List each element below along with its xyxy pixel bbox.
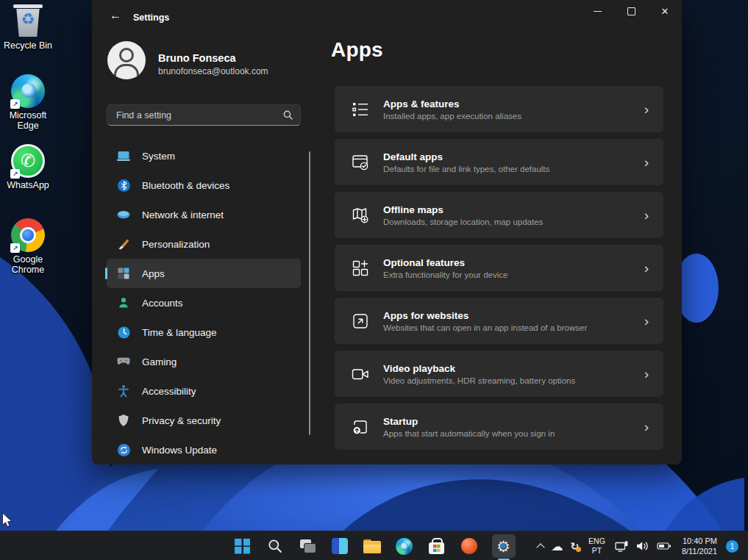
card-title: Startup — [383, 416, 555, 427]
widgets-button[interactable] — [330, 536, 349, 556]
start-button[interactable] — [233, 536, 252, 556]
shortcut-arrow-icon: ↗ — [10, 99, 20, 109]
sidebar-item-windows-update[interactable]: Windows Update — [107, 435, 301, 464]
office-icon — [461, 538, 477, 554]
taskbar-search-button[interactable] — [266, 536, 285, 556]
card-apps-features[interactable]: Apps & features Installed apps, app exec… — [335, 86, 663, 132]
card-title: Apps for websites — [383, 310, 587, 321]
tray-chevron-up[interactable] — [538, 542, 544, 550]
back-button[interactable]: ← — [105, 7, 126, 24]
profile-name: Bruno Fonseca — [158, 52, 236, 64]
desktop-icon-label: Microsoft Edge — [0, 110, 56, 132]
task-view-icon — [298, 536, 317, 556]
maximize-button[interactable] — [614, 0, 648, 23]
card-subtitle: Downloads, storage location, map updates — [383, 218, 543, 226]
taskbar-center-icons: ⚙ — [233, 531, 516, 560]
edge-taskbar-button[interactable] — [395, 536, 414, 556]
sidebar-item-time-language[interactable]: Time & language — [107, 317, 301, 347]
sidebar-item-bluetooth-devices[interactable]: Bluetooth & devices — [107, 170, 301, 200]
card-startup[interactable]: Startup Apps that start automatically wh… — [335, 403, 663, 450]
bluetooth-icon — [117, 179, 130, 192]
default-apps-icon — [351, 154, 370, 171]
notification-badge[interactable]: 1 — [726, 540, 738, 553]
card-apps-for-websites[interactable]: Apps for websites Websites that can open… — [335, 298, 663, 344]
sidebar-item-label: Personalization — [142, 239, 210, 250]
optional-features-icon — [351, 259, 370, 277]
chevron-right-icon — [644, 155, 649, 169]
card-subtitle: Video adjustments, HDR streaming, batter… — [383, 376, 575, 385]
chrome-icon: ↗ — [11, 218, 45, 252]
sidebar-item-label: Apps — [142, 268, 165, 279]
shortcut-arrow-icon: ↗ — [10, 169, 20, 179]
office-button[interactable] — [460, 536, 479, 556]
chevron-right-icon — [644, 102, 649, 116]
shield-icon — [117, 414, 130, 427]
taskbar-clock[interactable]: 10:40 PM 8/11/2021 — [682, 536, 717, 557]
accessibility-person-icon — [117, 384, 130, 398]
store-bag-icon — [429, 542, 444, 554]
volume-tray-icon[interactable] — [636, 541, 649, 551]
sidebar-item-accessibility[interactable]: Accessibility — [107, 376, 301, 406]
sidebar-item-personalization[interactable]: Personalization — [107, 229, 301, 259]
edge-icon: ↗ — [11, 74, 45, 108]
shortcut-arrow-icon: ↗ — [10, 243, 20, 253]
avatar[interactable] — [107, 41, 146, 79]
card-title: Default apps — [383, 151, 549, 162]
whatsapp-icon: ✆ ↗ — [11, 144, 45, 178]
sync-tray-icon[interactable]: ↻ — [570, 540, 579, 552]
search-icon — [283, 110, 293, 120]
sidebar-item-apps[interactable]: Apps — [107, 259, 301, 288]
chevron-right-icon — [644, 261, 649, 275]
desktop-icon-microsoft-edge[interactable]: ↗ Microsoft Edge — [0, 74, 56, 132]
search-icon — [267, 538, 283, 554]
language-indicator[interactable]: ENG PT — [586, 536, 608, 555]
desktop-icon-whatsapp[interactable]: ✆ ↗ WhatsApp — [0, 144, 56, 190]
card-default-apps[interactable]: Default apps Defaults for file and link … — [335, 139, 663, 185]
sidebar-item-label: Network & internet — [142, 209, 224, 220]
card-title: Video playback — [383, 363, 575, 374]
sidebar-item-label: Privacy & security — [142, 415, 221, 426]
apps-grid-icon — [117, 267, 130, 280]
sidebar-item-privacy-security[interactable]: Privacy & security — [107, 406, 301, 435]
desktop-icon-google-chrome[interactable]: ↗ Google Chrome — [0, 218, 56, 276]
card-title: Apps & features — [383, 98, 521, 110]
apps-features-icon — [351, 101, 370, 118]
sidebar-scrollbar[interactable] — [309, 151, 310, 435]
close-button[interactable]: ✕ — [648, 0, 682, 23]
sidebar-item-gaming[interactable]: Gaming — [107, 347, 301, 376]
person-icon — [117, 296, 130, 309]
network-tray-icon[interactable] — [615, 541, 629, 552]
search-box[interactable] — [107, 104, 301, 126]
sidebar-item-accounts[interactable]: Accounts — [107, 288, 301, 317]
sidebar-item-network-internet[interactable]: Network & internet — [107, 200, 301, 229]
file-explorer-button[interactable] — [363, 536, 382, 556]
desktop-icon-label: WhatsApp — [0, 180, 56, 190]
card-subtitle: Extra functionality for your device — [383, 270, 507, 279]
battery-tray-icon[interactable] — [657, 542, 672, 550]
minimize-button[interactable] — [580, 0, 614, 23]
card-optional-features[interactable]: Optional features Extra functionality fo… — [335, 245, 663, 291]
card-subtitle: Defaults for file and link types, other … — [383, 165, 549, 173]
search-input[interactable] — [107, 110, 283, 121]
mouse-cursor — [1, 512, 14, 529]
card-subtitle: Installed apps, app execution aliases — [383, 112, 521, 121]
sidebar-item-system[interactable]: System — [107, 141, 301, 170]
card-offline-maps[interactable]: Offline maps Downloads, storage location… — [335, 192, 663, 238]
folder-icon — [363, 539, 381, 553]
recycle-symbol-icon: ♻ — [11, 10, 45, 28]
system-icon — [117, 149, 130, 162]
sidebar-item-label: Accessibility — [142, 386, 196, 397]
clock-time: 10:40 PM — [683, 536, 717, 545]
card-video-playback[interactable]: Video playback Video adjustments, HDR st… — [335, 351, 663, 397]
settings-taskbar-button[interactable]: ⚙ — [492, 534, 516, 558]
card-subtitle: Apps that start automatically when you s… — [383, 429, 555, 438]
onedrive-tray-icon[interactable]: ☁ — [551, 539, 563, 553]
clock-date: 8/11/2021 — [682, 547, 717, 556]
task-view-button[interactable] — [298, 536, 317, 556]
desktop-icon-recycle-bin[interactable]: ♻ Recycle Bin — [0, 4, 56, 51]
startup-icon — [351, 418, 370, 436]
language-primary: ENG — [588, 536, 605, 545]
clock-icon — [117, 326, 130, 339]
microsoft-store-button[interactable] — [427, 536, 446, 556]
card-title: Optional features — [383, 257, 507, 268]
